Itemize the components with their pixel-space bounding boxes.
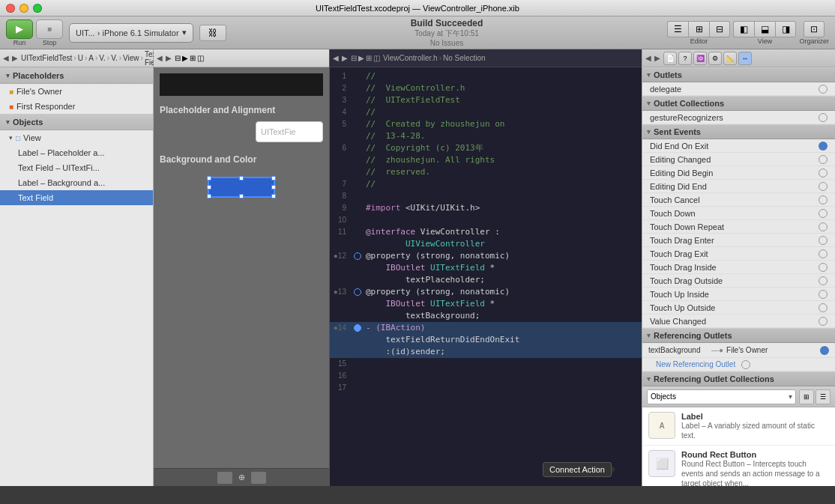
- code-nav-back[interactable]: ◀: [333, 54, 339, 62]
- oc-toggle[interactable]: ▾: [647, 100, 651, 107]
- tree-view-item[interactable]: ▾ □ View: [0, 130, 153, 145]
- bc-no-selection[interactable]: No Selection: [443, 54, 486, 62]
- run-button-group: Run: [6, 19, 33, 46]
- right-panel-toggle[interactable]: ◨: [775, 21, 796, 37]
- quick-help-btn[interactable]: ?: [678, 52, 692, 65]
- run-button[interactable]: [6, 19, 33, 39]
- canvas-plus-icon[interactable]: ⊕: [238, 473, 245, 482]
- version-editor-button[interactable]: ⊟: [709, 21, 730, 37]
- handle-br[interactable]: [271, 194, 276, 198]
- new-referencing-outlet[interactable]: New Referencing Outlet: [642, 358, 835, 371]
- nav-forward[interactable]: ▶: [12, 54, 18, 62]
- se-toggle[interactable]: ▾: [647, 128, 651, 136]
- canvas-nav-back[interactable]: ◀: [157, 54, 163, 62]
- canvas-nav-forward[interactable]: ▶: [166, 54, 172, 62]
- view-buttons: ◧ ⬓ ◨: [733, 21, 796, 37]
- handle-bl[interactable]: [207, 194, 211, 198]
- event-did-end-on-exit-indicator[interactable]: [819, 142, 828, 151]
- canvas-prev-btn[interactable]: [217, 472, 232, 484]
- bottom-panel-toggle[interactable]: ⬓: [754, 21, 775, 37]
- minimize-button[interactable]: [19, 4, 28, 13]
- bc-controller[interactable]: ViewController.h: [383, 54, 438, 62]
- bc-uitextfieldtest[interactable]: UITextFieldTest: [21, 54, 72, 62]
- tree-label1-item[interactable]: Label – Placeholder a...: [0, 145, 153, 160]
- event-editing-did-begin-circle[interactable]: [819, 168, 828, 177]
- handle-tl[interactable]: [207, 176, 211, 180]
- obj-label-entry[interactable]: A Label Label – A variably sized amount …: [642, 407, 835, 446]
- obj-list-view[interactable]: ☰: [816, 389, 831, 404]
- bc-view[interactable]: View: [123, 54, 139, 62]
- bc-u[interactable]: U: [78, 54, 83, 62]
- canvas-next-btn[interactable]: [251, 472, 266, 484]
- connections-inspector-btn[interactable]: ↔: [738, 52, 752, 65]
- event-touch-cancel: Touch Cancel: [642, 193, 835, 207]
- tree-toggle[interactable]: ▾: [9, 134, 13, 142]
- files-owner-item[interactable]: ■ File's Owner: [0, 84, 153, 99]
- bc-a[interactable]: A: [88, 54, 94, 62]
- assistant-editor-button[interactable]: ⊞: [688, 21, 709, 37]
- files-owner-icon: ■: [9, 88, 13, 96]
- code-breadcrumb-buttons: ⊟ ▶ ⊞ ◫: [351, 54, 380, 62]
- left-panel: ◀ ▶ UITextFieldTest › U › A › V. › V. › …: [0, 49, 154, 486]
- objects-toggle[interactable]: ▾: [6, 118, 10, 126]
- event-touch-down-repeat-circle[interactable]: [819, 222, 828, 231]
- code-body[interactable]: 1 // 2 // ViewController.h 3 // UITextFi…: [330, 67, 642, 486]
- obj-rrbutton-entry[interactable]: ⬜ Round Rect Button Round Rect Button – …: [642, 446, 835, 486]
- attributes-inspector-btn[interactable]: ⚙: [708, 52, 722, 65]
- gesture-recognizers-circle[interactable]: [819, 113, 828, 122]
- maximize-button[interactable]: [33, 4, 42, 13]
- roc-toggle[interactable]: ▾: [647, 375, 651, 383]
- event-editing-did-end-circle[interactable]: [819, 182, 828, 191]
- event-touch-up-inside-circle[interactable]: [819, 290, 828, 299]
- breakpoints-button[interactable]: ⛓: [199, 25, 226, 41]
- standard-editor-button[interactable]: ☰: [667, 21, 688, 37]
- event-touch-up-outside-circle[interactable]: [819, 303, 828, 312]
- identity-inspector-btn[interactable]: 🆔: [693, 52, 707, 65]
- window-controls[interactable]: [6, 4, 42, 13]
- event-value-changed-circle[interactable]: [819, 317, 828, 326]
- tree-textfield1-item[interactable]: Text Field – UITextFi...: [0, 160, 153, 175]
- placeholders-toggle[interactable]: ▾: [6, 72, 10, 79]
- right-nav-forward[interactable]: ▶: [654, 54, 660, 62]
- event-touch-drag-inside-circle[interactable]: [819, 263, 828, 272]
- canvas-selected-element[interactable]: [208, 174, 275, 201]
- tree-textfield2-item[interactable]: Text Field: [0, 190, 153, 205]
- event-touch-up-outside: Touch Up Outside: [642, 301, 835, 315]
- event-touch-drag-exit-circle[interactable]: [819, 249, 828, 258]
- nav-back[interactable]: ◀: [3, 54, 9, 62]
- event-touch-drag-outside-circle[interactable]: [819, 276, 828, 285]
- handle-tc[interactable]: [239, 176, 244, 180]
- event-touch-cancel-circle[interactable]: [819, 195, 828, 204]
- objects-selector[interactable]: Objects ▾: [647, 389, 796, 404]
- event-touch-down-circle[interactable]: [819, 209, 828, 218]
- tree-label2-item[interactable]: Label – Background a...: [0, 175, 153, 190]
- bc-v1[interactable]: V.: [99, 54, 106, 62]
- handle-ml[interactable]: [207, 185, 211, 189]
- code-nav-forward[interactable]: ▶: [342, 54, 348, 62]
- scheme-selector[interactable]: UIT... › iPhone 6.1 Simulator ▾: [69, 23, 193, 43]
- ro-toggle[interactable]: ▾: [647, 332, 651, 339]
- file-inspector-btn[interactable]: 📄: [663, 52, 677, 65]
- first-responder-item[interactable]: ■ First Responder: [0, 99, 153, 114]
- new-refoutlet-circle[interactable]: [741, 360, 750, 369]
- obj-grid-view[interactable]: ⊞: [799, 389, 814, 404]
- handle-mr[interactable]: [271, 185, 276, 189]
- handle-tr[interactable]: [271, 176, 276, 180]
- size-inspector-btn[interactable]: 📐: [723, 52, 737, 65]
- refoutlet-indicator[interactable]: [820, 346, 829, 355]
- stop-button[interactable]: [36, 19, 63, 39]
- outlets-toggle[interactable]: ▾: [647, 71, 651, 79]
- event-touch-drag-exit-label: Touch Drag Exit: [650, 249, 819, 258]
- canvas-textfield[interactable]: UITextFie: [256, 121, 323, 142]
- event-touch-drag-enter-circle[interactable]: [819, 236, 828, 245]
- right-nav-back[interactable]: ◀: [645, 54, 651, 62]
- roc-label: Referencing Outlet Collections: [654, 374, 774, 383]
- handle-bc[interactable]: [239, 194, 244, 198]
- organizer-button[interactable]: ⊡: [804, 21, 825, 37]
- outlet-delegate-circle[interactable]: [819, 85, 828, 94]
- event-editing-changed-circle[interactable]: [819, 155, 828, 164]
- close-button[interactable]: [6, 4, 15, 13]
- left-panel-toggle[interactable]: ◧: [733, 21, 754, 37]
- selected-box[interactable]: [208, 177, 275, 198]
- bc-v2[interactable]: V.: [111, 54, 118, 62]
